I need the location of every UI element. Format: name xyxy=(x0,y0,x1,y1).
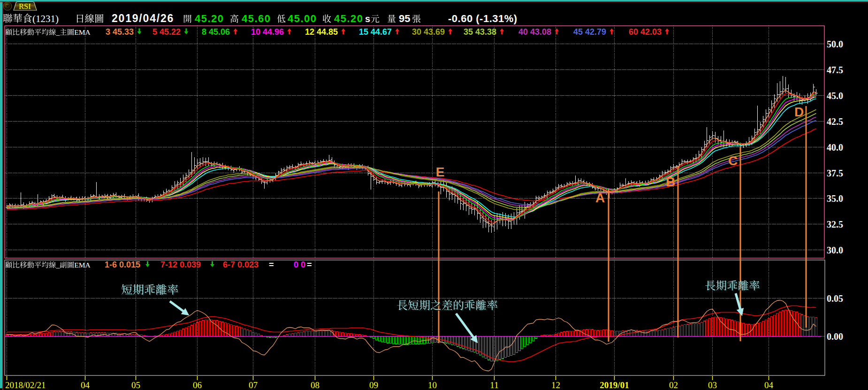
svg-text:5 45.22: 5 45.22 xyxy=(152,27,181,37)
svg-text:47.5: 47.5 xyxy=(827,65,843,75)
svg-text:45.60: 45.60 xyxy=(242,13,271,24)
svg-text:45.00: 45.00 xyxy=(288,13,317,24)
svg-text:10: 10 xyxy=(428,380,437,390)
svg-text:D: D xyxy=(794,105,804,119)
svg-text:45.0: 45.0 xyxy=(827,91,843,101)
svg-text:=: = xyxy=(269,260,274,269)
svg-text:6-7 0.023: 6-7 0.023 xyxy=(223,260,259,269)
svg-text:09: 09 xyxy=(369,380,378,390)
svg-text:06: 06 xyxy=(193,380,202,390)
svg-text:12: 12 xyxy=(551,380,560,390)
svg-text:30.0: 30.0 xyxy=(827,245,843,255)
svg-text:EMA: EMA xyxy=(74,28,91,36)
svg-text:s: s xyxy=(365,14,370,24)
svg-text:_: _ xyxy=(56,261,60,269)
svg-text:B: B xyxy=(666,175,675,189)
svg-text:42.5: 42.5 xyxy=(827,116,843,127)
svg-text:12 44.85: 12 44.85 xyxy=(305,27,338,37)
svg-text:-0.60 (-1.31%): -0.60 (-1.31%) xyxy=(448,13,518,24)
svg-text:E: E xyxy=(436,165,445,179)
svg-text:=: = xyxy=(307,260,312,269)
svg-text:15 44.67: 15 44.67 xyxy=(359,27,392,37)
svg-text:32.5: 32.5 xyxy=(827,219,843,229)
svg-text:40.0: 40.0 xyxy=(827,142,843,153)
svg-text:RSI: RSI xyxy=(19,2,31,11)
svg-text:35.0: 35.0 xyxy=(827,193,843,204)
svg-text:07: 07 xyxy=(249,380,258,390)
svg-text:04: 04 xyxy=(81,380,90,390)
svg-text:60 42.03: 60 42.03 xyxy=(629,27,662,37)
svg-text:35 43.38: 35 43.38 xyxy=(464,27,496,37)
svg-text:1-6 0.015: 1-6 0.015 xyxy=(105,260,140,269)
svg-text:02: 02 xyxy=(669,380,678,390)
svg-text:0.05: 0.05 xyxy=(827,293,843,304)
svg-text:A: A xyxy=(595,191,605,205)
svg-text:50.0: 50.0 xyxy=(827,39,843,49)
svg-text:30 43.69: 30 43.69 xyxy=(412,27,445,37)
svg-text:95: 95 xyxy=(399,13,410,24)
svg-text:0.00: 0.00 xyxy=(827,331,843,342)
svg-text:45.20: 45.20 xyxy=(195,13,224,24)
svg-text:37.5: 37.5 xyxy=(827,168,843,178)
svg-text:0 0: 0 0 xyxy=(294,260,305,269)
svg-text:C: C xyxy=(728,153,738,168)
svg-text:(1231): (1231) xyxy=(32,13,59,24)
svg-text:3 45.33: 3 45.33 xyxy=(106,27,134,37)
svg-text:11: 11 xyxy=(490,380,498,390)
svg-text:05: 05 xyxy=(131,380,140,390)
svg-text:40 43.08: 40 43.08 xyxy=(518,27,551,37)
svg-text:45.20: 45.20 xyxy=(334,13,364,24)
svg-text:2019/04/26: 2019/04/26 xyxy=(112,12,174,24)
svg-text:03: 03 xyxy=(708,380,717,390)
svg-text:2018/02/21: 2018/02/21 xyxy=(5,380,46,390)
svg-text:EMA: EMA xyxy=(74,261,91,269)
svg-text:_: _ xyxy=(56,28,60,36)
svg-text:7-12 0.039: 7-12 0.039 xyxy=(160,260,201,269)
svg-text:2019/01: 2019/01 xyxy=(600,380,629,390)
svg-text:8 45.06: 8 45.06 xyxy=(202,27,230,37)
svg-text:45 42.79: 45 42.79 xyxy=(573,27,606,37)
svg-text:04: 04 xyxy=(764,380,774,390)
svg-text:10 44.96: 10 44.96 xyxy=(251,27,284,37)
svg-text:08: 08 xyxy=(311,380,320,390)
